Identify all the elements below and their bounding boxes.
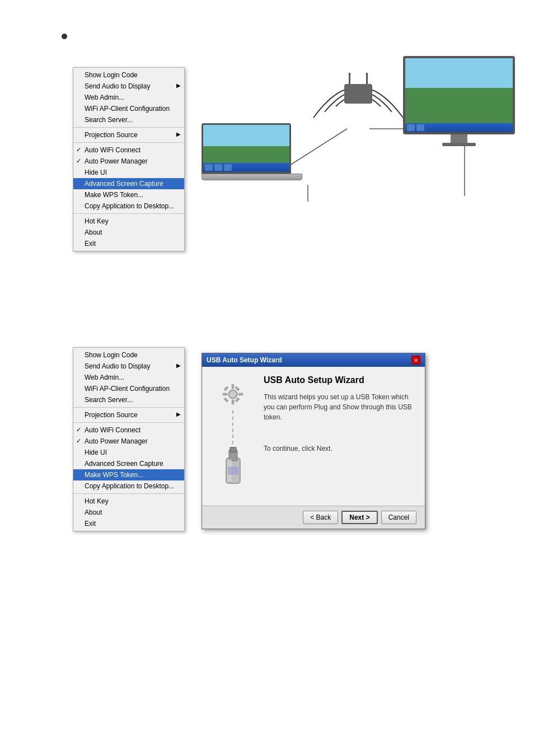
svg-rect-12 xyxy=(235,398,240,402)
gear-icon xyxy=(219,381,246,408)
menu-item-make-wps-token2[interactable]: Make WPS Token... xyxy=(73,469,184,480)
svg-point-13 xyxy=(229,391,236,398)
dialog-footer: < Back Next > Cancel xyxy=(202,506,425,529)
bullet-point xyxy=(62,34,67,39)
menu-item-hide-ui2[interactable]: Hide UI xyxy=(73,447,184,458)
menu-item-auto-power-manager[interactable]: ✓Auto Power Manager xyxy=(73,156,184,167)
router xyxy=(330,84,386,104)
menu-item-auto-wifi-connect2[interactable]: ✓Auto WiFi Connect xyxy=(73,424,184,436)
menu-item-search-server[interactable]: Search Server... xyxy=(73,114,184,125)
usb-drive-icon xyxy=(218,447,249,492)
menu-item-projection-source[interactable]: Projection Source▶ xyxy=(73,129,184,141)
dialog-title: USB Auto Setup Wizard xyxy=(207,356,282,364)
menu-item-copy-app-to-desktop2[interactable]: Copy Application to Desktop... xyxy=(73,480,184,492)
svg-rect-16 xyxy=(230,447,236,452)
menu-separator-4 xyxy=(73,407,184,408)
menu-item-hot-key2[interactable]: Hot Key xyxy=(73,496,184,507)
menu-separator-5 xyxy=(73,422,184,423)
monitor-screen-right xyxy=(403,56,515,134)
laptop-screen xyxy=(202,123,291,174)
menu-item-search-server2[interactable]: Search Server... xyxy=(73,394,184,405)
svg-rect-5 xyxy=(232,384,234,389)
menu-item-exit[interactable]: Exit xyxy=(73,238,184,249)
svg-rect-8 xyxy=(238,393,243,395)
dialog-continue-text: To continue, click Next. xyxy=(264,445,416,452)
menu-item-advanced-screen-capture2[interactable]: Advanced Screen Capture xyxy=(73,458,184,469)
menu-item-hot-key[interactable]: Hot Key xyxy=(73,216,184,227)
menu-item-web-admin2[interactable]: Web Admin... xyxy=(73,372,184,383)
dialog-wizard-heading: USB Auto Setup Wizard xyxy=(264,375,416,385)
router-antenna-right xyxy=(366,73,368,84)
menu-item-copy-app-to-desktop[interactable]: Copy Application to Desktop... xyxy=(73,200,184,212)
menu-item-wifi-ap-config[interactable]: WiFi AP-Client Configuration xyxy=(73,103,184,114)
menu-item-web-admin[interactable]: Web Admin... xyxy=(73,92,184,103)
menu-separator-11 xyxy=(73,213,184,214)
menu-item-advanced-screen-capture[interactable]: Advanced Screen Capture xyxy=(73,178,184,189)
dialog-icon-area xyxy=(210,375,255,497)
monitor-stand-right xyxy=(451,134,467,143)
router-body xyxy=(344,84,372,104)
router-antenna-left xyxy=(349,73,350,84)
right-monitor xyxy=(403,56,515,146)
menu-item-send-audio[interactable]: Send Audio to Display▶ xyxy=(73,81,184,92)
menu-separator-11 xyxy=(73,493,184,494)
laptop-keyboard xyxy=(202,174,302,180)
laptop-display xyxy=(202,123,302,190)
usb-wizard-dialog: USB Auto Setup Wizard ✕ xyxy=(202,353,425,529)
cancel-button[interactable]: Cancel xyxy=(381,511,416,524)
next-button[interactable]: Next > xyxy=(341,511,377,524)
monitor-base-right xyxy=(442,143,476,146)
menu-item-hide-ui[interactable]: Hide UI xyxy=(73,167,184,178)
back-button[interactable]: < Back xyxy=(303,511,338,524)
svg-rect-7 xyxy=(223,393,227,395)
menu-item-about2[interactable]: About xyxy=(73,507,184,518)
menu-item-show-login-code[interactable]: Show Login Code xyxy=(73,69,184,81)
menu-item-projection-source2[interactable]: Projection Source▶ xyxy=(73,409,184,421)
menu-item-auto-wifi-connect[interactable]: ✓Auto WiFi Connect xyxy=(73,144,184,156)
svg-rect-10 xyxy=(224,398,228,402)
dialog-titlebar: USB Auto Setup Wizard ✕ xyxy=(202,353,425,367)
dialog-body: USB Auto Setup Wizard This wizard helps … xyxy=(202,367,425,506)
dialog-close-button[interactable]: ✕ xyxy=(411,356,420,365)
menu-separator-5 xyxy=(73,142,184,143)
menu-item-make-wps-token[interactable]: Make WPS Token... xyxy=(73,189,184,200)
svg-rect-9 xyxy=(224,386,228,391)
context-menu-1: Show Login CodeSend Audio to Display▶Web… xyxy=(73,67,185,251)
dotted-connector xyxy=(232,410,233,444)
menu-item-exit2[interactable]: Exit xyxy=(73,518,184,529)
dialog-content-area: USB Auto Setup Wizard This wizard helps … xyxy=(264,375,416,497)
dialog-description: This wizard helps you set up a USB Token… xyxy=(264,392,416,422)
wireless-display-illustration xyxy=(196,56,521,213)
menu-item-about[interactable]: About xyxy=(73,227,184,238)
context-menu-2: Show Login CodeSend Audio to Display▶Web… xyxy=(73,347,185,531)
menu-item-send-audio2[interactable]: Send Audio to Display▶ xyxy=(73,361,184,372)
menu-item-auto-power-manager2[interactable]: ✓Auto Power Manager xyxy=(73,436,184,447)
menu-item-wifi-ap-config2[interactable]: WiFi AP-Client Configuration xyxy=(73,383,184,394)
svg-rect-18 xyxy=(228,466,238,475)
menu-item-show-login-code2[interactable]: Show Login Code xyxy=(73,349,184,361)
bullet-dot xyxy=(62,34,67,39)
svg-rect-11 xyxy=(235,386,240,391)
svg-rect-6 xyxy=(232,400,234,404)
menu-separator-4 xyxy=(73,127,184,128)
